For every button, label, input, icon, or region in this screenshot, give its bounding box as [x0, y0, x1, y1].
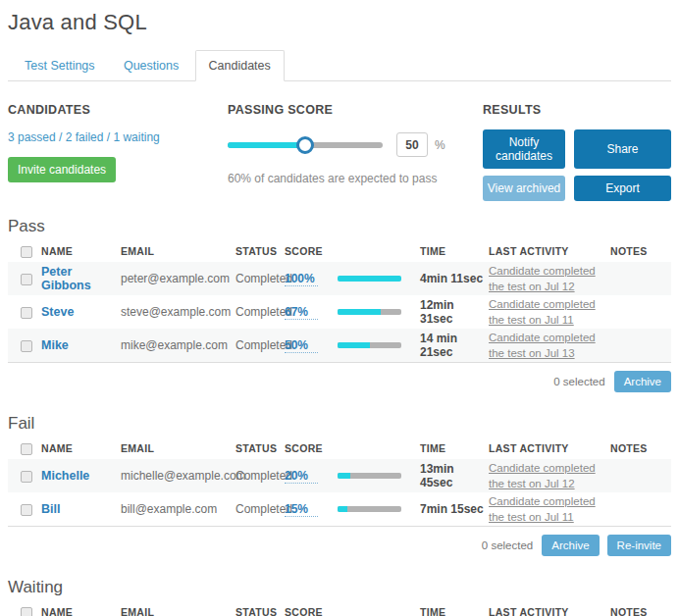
table-footer: 0 selected Archive: [8, 362, 671, 398]
slider-fill: [228, 142, 305, 148]
column-header-time: TIME: [420, 606, 489, 616]
table-footer: 0 selected ArchiveRe-invite: [8, 526, 671, 562]
column-header-score: SCORE: [285, 606, 420, 616]
results-heading: RESULTS: [483, 103, 671, 117]
candidate-name-link[interactable]: Steve: [41, 305, 74, 319]
table-header-row: NAME EMAIL STATUS SCORE TIME LAST ACTIVI…: [8, 601, 671, 616]
passing-score-input[interactable]: [396, 132, 428, 157]
slider-handle[interactable]: [296, 136, 314, 154]
table-row: Peter Gibbons peter@example.com Complete…: [8, 262, 671, 295]
score-bar-fill: [338, 276, 401, 282]
column-header-notes: NOTES: [610, 606, 671, 616]
score-link[interactable]: 15%: [285, 502, 318, 517]
candidate-email: michelle@example.com: [121, 469, 235, 483]
candidate-email: peter@example.com: [121, 272, 235, 285]
column-header-notes: NOTES: [610, 442, 671, 454]
expected-pass-note: 60% of candidates are expected to pass: [228, 172, 483, 185]
row-checkbox[interactable]: [21, 471, 32, 483]
notify-candidates-button[interactable]: Notify candidates: [483, 129, 565, 169]
column-header-status: STATUS: [235, 245, 285, 257]
selected-count: 0 selected: [482, 539, 533, 551]
selected-count: 0 selected: [553, 376, 604, 387]
candidate-name-link[interactable]: Mike: [41, 338, 69, 352]
passing-score-heading: PASSING SCORE: [228, 103, 483, 117]
invite-candidates-button[interactable]: Invite candidates: [8, 157, 116, 182]
column-header-time: TIME: [420, 245, 489, 257]
share-button[interactable]: Share: [574, 129, 671, 169]
candidate-time: 14 min 21sec: [420, 332, 489, 359]
candidates-summary-link[interactable]: 3 passed / 2 failed / 1 waiting: [8, 130, 228, 144]
column-header-notes: NOTES: [610, 245, 671, 257]
table-header-row: NAME EMAIL STATUS SCORE TIME LAST ACTIVI…: [8, 437, 671, 459]
re-invite-button[interactable]: Re-invite: [607, 535, 671, 556]
score-bar-fill: [338, 342, 370, 348]
table-row: Steve steve@example.com Completed 67% 12…: [8, 295, 671, 329]
section-heading: Waiting: [8, 578, 671, 597]
column-header-name: NAME: [41, 442, 121, 454]
table-row: Mike mike@example.com Completed 50% 14 m…: [8, 329, 671, 362]
page-title: Java and SQL: [8, 10, 671, 35]
select-all-checkbox[interactable]: [21, 443, 32, 455]
score-bar-fill: [338, 309, 381, 315]
score-bar: [338, 506, 401, 512]
candidate-email: mike@example.com: [121, 338, 235, 352]
row-checkbox[interactable]: [21, 274, 32, 285]
score-bar: [338, 309, 401, 315]
archive-button[interactable]: Archive: [614, 371, 671, 392]
candidate-time: 13min 45sec: [420, 462, 489, 489]
table-row: Bill bill@example.com Completed 15% 7min…: [8, 492, 671, 526]
percent-unit-label: %: [435, 138, 445, 152]
archive-button[interactable]: Archive: [542, 535, 599, 556]
sections: Pass NAME EMAIL STATUS SCORE TIME LAST A…: [8, 217, 671, 616]
row-checkbox[interactable]: [21, 504, 32, 516]
column-header-score: SCORE: [285, 442, 420, 454]
column-header-last-activity: LAST ACTIVITY: [489, 606, 610, 616]
candidate-section: Pass NAME EMAIL STATUS SCORE TIME LAST A…: [8, 217, 671, 398]
passing-score-slider-row: %: [228, 132, 483, 157]
results-panel: RESULTS Notify candidatesShareView archi…: [483, 103, 671, 201]
tab-questions[interactable]: Questions: [111, 51, 191, 80]
candidate-section: Waiting NAME EMAIL STATUS SCORE TIME LAS…: [8, 578, 671, 616]
row-checkbox[interactable]: [21, 307, 32, 319]
score-link[interactable]: 67%: [285, 305, 318, 320]
tab-bar: Test Settings Questions Candidates: [8, 50, 671, 81]
candidate-name-link[interactable]: Bill: [41, 502, 60, 516]
candidates-heading: CANDIDATES: [8, 103, 228, 117]
candidate-time: 12min 31sec: [420, 298, 489, 326]
column-header-name: NAME: [41, 606, 121, 616]
table-body: Michelle michelle@example.com Completed …: [8, 459, 671, 526]
score-bar: [338, 276, 401, 282]
candidate-name-link[interactable]: Peter Gibbons: [41, 265, 91, 292]
score-link[interactable]: 50%: [285, 338, 318, 353]
results-buttons: Notify candidatesShareView archivedExpor…: [483, 129, 671, 201]
candidate-time: 4min 11sec: [420, 272, 489, 285]
column-header-last-activity: LAST ACTIVITY: [489, 245, 610, 257]
row-checkbox[interactable]: [21, 340, 32, 352]
candidate-status: Completed: [235, 502, 285, 516]
candidate-status: Completed: [235, 272, 285, 285]
score-link[interactable]: 20%: [285, 469, 318, 484]
export-button[interactable]: Export: [574, 176, 671, 201]
score-link[interactable]: 100%: [285, 272, 318, 286]
last-activity-link[interactable]: Candidate completed the test on Jul 13: [489, 330, 604, 361]
select-all-checkbox[interactable]: [21, 246, 32, 258]
last-activity-link[interactable]: Candidate completed the test on Jul 12: [489, 460, 604, 491]
last-activity-link[interactable]: Candidate completed the test on Jul 12: [489, 263, 604, 294]
passing-score-panel: PASSING SCORE % 60% of candidates are ex…: [228, 103, 483, 201]
last-activity-link[interactable]: Candidate completed the test on Jul 11: [489, 296, 604, 328]
tab-test-settings[interactable]: Test Settings: [12, 51, 108, 80]
table-body: Peter Gibbons peter@example.com Complete…: [8, 262, 671, 362]
candidate-name-link[interactable]: Michelle: [41, 469, 89, 483]
select-all-checkbox[interactable]: [21, 607, 32, 616]
candidate-status: Completed: [235, 469, 285, 483]
tab-candidates[interactable]: Candidates: [195, 50, 285, 81]
last-activity-link[interactable]: Candidate completed the test on Jul 11: [489, 493, 604, 525]
section-heading: Pass: [8, 217, 671, 236]
view-archived-button[interactable]: View archived: [483, 176, 565, 201]
column-header-email: EMAIL: [121, 442, 235, 454]
score-bar: [338, 473, 401, 479]
passing-score-slider[interactable]: [228, 136, 383, 154]
candidate-email: bill@example.com: [121, 502, 235, 516]
table-row: Michelle michelle@example.com Completed …: [8, 459, 671, 492]
column-header-score: SCORE: [285, 245, 420, 257]
